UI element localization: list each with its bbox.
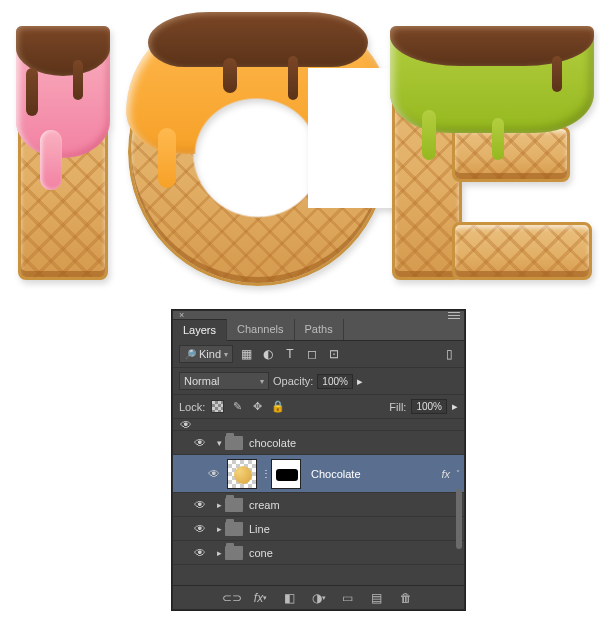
chevron-down-icon: ▾ bbox=[224, 350, 228, 359]
filter-type-icon[interactable]: T bbox=[281, 345, 299, 363]
panel-footer: ⊂⊃ fx▾ ◧ ◑▾ ▭ ▤ 🗑 bbox=[173, 585, 464, 609]
fx-badge[interactable]: fx bbox=[441, 468, 450, 480]
layer-group-cone[interactable]: 👁 ▸ cone bbox=[173, 541, 464, 565]
layer-name: chocolate bbox=[249, 437, 296, 449]
chevron-down-icon[interactable]: ▸ bbox=[357, 375, 363, 388]
drip-green bbox=[422, 110, 436, 160]
fx-icon[interactable]: fx▾ bbox=[253, 590, 269, 606]
tab-channels[interactable]: Channels bbox=[227, 319, 294, 340]
opacity-value[interactable]: 100% bbox=[317, 374, 353, 389]
new-layer-icon[interactable]: ▤ bbox=[369, 590, 385, 606]
folder-icon bbox=[225, 498, 243, 512]
folder-icon bbox=[225, 436, 243, 450]
tab-layers[interactable]: Layers bbox=[173, 319, 227, 341]
filter-row: 🔎 Kind ▾ ▦ ◐ T ◻ ⊡ ▯ bbox=[173, 341, 464, 368]
chevron-down-icon: ▾ bbox=[260, 377, 264, 386]
letter-c bbox=[128, 18, 388, 286]
chevron-down-icon[interactable]: ˅ bbox=[456, 469, 460, 478]
lock-brush-icon[interactable]: ✎ bbox=[230, 399, 245, 414]
folder-icon bbox=[225, 522, 243, 536]
drip-choc bbox=[552, 56, 562, 92]
letter-e bbox=[392, 30, 592, 280]
chocolate-c bbox=[148, 12, 368, 67]
blend-mode-select[interactable]: Normal ▾ bbox=[179, 372, 269, 390]
layer-thumbnail[interactable] bbox=[227, 459, 257, 489]
layer-name: cream bbox=[249, 499, 280, 511]
group-icon[interactable]: ▭ bbox=[340, 590, 356, 606]
opacity-label: Opacity: bbox=[273, 375, 313, 387]
drip-choc bbox=[73, 60, 83, 100]
waffle-e-bot bbox=[452, 222, 592, 280]
drip-choc bbox=[288, 56, 298, 100]
tab-paths[interactable]: Paths bbox=[295, 319, 344, 340]
visibility-icon[interactable]: 👁 bbox=[187, 498, 213, 512]
disclosure-down-icon[interactable]: ▾ bbox=[213, 438, 225, 448]
blend-row: Normal ▾ Opacity: 100% ▸ bbox=[173, 368, 464, 395]
layer-chocolate[interactable]: 👁 ⋮ Chocolate fx ˅ bbox=[173, 455, 464, 493]
c-cream-cutout bbox=[308, 68, 398, 168]
filter-shape-icon[interactable]: ◻ bbox=[303, 345, 321, 363]
layer-name: Chocolate bbox=[311, 468, 361, 480]
disclosure-right-icon[interactable]: ▸ bbox=[213, 524, 225, 534]
drip-green bbox=[492, 118, 504, 160]
lock-label: Lock: bbox=[179, 401, 205, 413]
fill-value[interactable]: 100% bbox=[411, 399, 447, 414]
visibility-icon[interactable]: 👁 bbox=[187, 436, 213, 450]
letter-i bbox=[18, 30, 108, 280]
chevron-down-icon[interactable]: ▸ bbox=[452, 400, 458, 413]
filter-toggle-switch[interactable]: ▯ bbox=[440, 345, 458, 363]
visibility-icon[interactable]: 👁 bbox=[201, 467, 227, 481]
artwork-ice bbox=[0, 0, 600, 300]
disclosure-right-icon[interactable]: ▸ bbox=[213, 500, 225, 510]
filter-smart-icon[interactable]: ⊡ bbox=[325, 345, 343, 363]
fill-label: Fill: bbox=[389, 401, 406, 413]
lock-row: Lock: ✎ ✥ 🔒 Fill: 100% ▸ bbox=[173, 395, 464, 419]
mask-icon[interactable]: ◧ bbox=[282, 590, 298, 606]
panel-titlebar: × bbox=[173, 311, 464, 319]
disclosure-right-icon[interactable]: ▸ bbox=[213, 548, 225, 558]
panel-menu-icon[interactable] bbox=[448, 312, 460, 319]
drip-choc bbox=[223, 58, 237, 93]
filter-kind-label: Kind bbox=[199, 348, 221, 360]
layers-panel: × Layers Channels Paths 🔎 Kind ▾ ▦ ◐ T ◻… bbox=[172, 310, 465, 610]
search-icon: 🔎 bbox=[184, 349, 196, 360]
visibility-icon[interactable]: 👁 bbox=[173, 419, 199, 432]
layers-list: 👁 👁 ▾ chocolate 👁 ⋮ Chocolate fx ˅ 👁 ▸ c… bbox=[173, 419, 464, 585]
lock-transparency-icon[interactable] bbox=[210, 399, 225, 414]
filter-pixel-icon[interactable]: ▦ bbox=[237, 345, 255, 363]
scrollbar-thumb[interactable] bbox=[456, 489, 462, 549]
layer-row-truncated[interactable]: 👁 bbox=[173, 419, 464, 431]
layer-name: cone bbox=[249, 547, 273, 559]
visibility-icon[interactable]: 👁 bbox=[187, 522, 213, 536]
filter-kind-select[interactable]: 🔎 Kind ▾ bbox=[179, 345, 233, 363]
panel-tabs: Layers Channels Paths bbox=[173, 319, 464, 341]
layer-group-cream[interactable]: 👁 ▸ cream bbox=[173, 493, 464, 517]
trash-icon[interactable]: 🗑 bbox=[398, 590, 414, 606]
drip-pink bbox=[40, 130, 62, 190]
folder-icon bbox=[225, 546, 243, 560]
layer-group-line[interactable]: 👁 ▸ Line bbox=[173, 517, 464, 541]
link-mask-icon[interactable]: ⋮ bbox=[261, 468, 271, 479]
filter-adjust-icon[interactable]: ◐ bbox=[259, 345, 277, 363]
blend-mode-value: Normal bbox=[184, 375, 219, 387]
lock-all-icon[interactable]: 🔒 bbox=[270, 399, 285, 414]
layer-group-chocolate[interactable]: 👁 ▾ chocolate bbox=[173, 431, 464, 455]
chocolate-e bbox=[390, 26, 594, 66]
close-icon[interactable]: × bbox=[179, 310, 184, 320]
visibility-icon[interactable]: 👁 bbox=[187, 546, 213, 560]
adjustment-icon[interactable]: ◑▾ bbox=[311, 590, 327, 606]
lock-move-icon[interactable]: ✥ bbox=[250, 399, 265, 414]
waffle-e-mid bbox=[452, 126, 570, 182]
drip-choc bbox=[26, 68, 38, 116]
drip-orange bbox=[158, 128, 176, 188]
link-layers-icon[interactable]: ⊂⊃ bbox=[224, 590, 240, 606]
layer-mask-thumbnail[interactable] bbox=[271, 459, 301, 489]
layer-name: Line bbox=[249, 523, 270, 535]
